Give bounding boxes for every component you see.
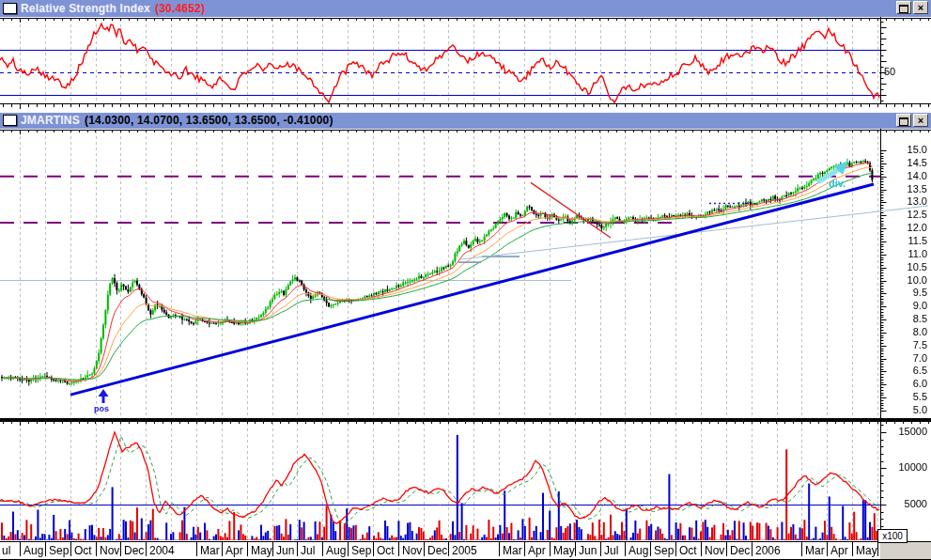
price-axis-tick-label: 5.0 [884,404,927,415]
price-axis-tick-label: 7.0 [884,352,927,364]
volume-axis-tick-label: 5000 [884,498,927,509]
rsi-bottom-ticks [0,104,931,113]
date-axis-label: May [553,544,575,557]
buy-signal-label: pos [94,404,109,413]
price-axis-tick-label: 7.5 [884,339,927,350]
price-titlebar[interactable]: JMARTINS(14.0300, 14.0700, 13.6500, 13.6… [0,113,931,130]
date-axis-label: Dec [427,544,447,557]
date-axis-label: Nov [402,544,422,557]
volume-chart[interactable] [0,421,931,541]
rsi-title-value: (30.4652) [155,2,205,15]
close-button[interactable]: × [913,1,928,14]
price-axis-tick-label: 11.0 [884,248,927,259]
price-title-values: (14.0300, 14.0700, 13.6500, 13.6500, -0.… [85,114,334,127]
date-axis-label: May [251,544,272,557]
volume-axis-tick-label: 10000 [884,461,927,473]
date-axis-label: Apr [830,544,848,557]
date-axis-label: Aug [326,544,346,557]
date-axis-label: Sep [654,544,674,557]
date-axis-label: Aug [628,544,648,557]
rsi-titlebar[interactable]: Relative Strength Index(30.4652) × [0,0,931,18]
maximize-button[interactable] [896,1,911,14]
divergence-label: div. [829,178,846,189]
rsi-title-text: Relative Strength Index [21,2,150,15]
price-title: JMARTINS(14.0300, 14.0700, 13.6500, 13.6… [21,114,334,127]
date-axis-label: Oct [377,544,395,557]
volume-multiplier-badge: x100 [877,529,908,543]
maximize-button[interactable] [896,114,911,127]
price-axis-tick-label: 14.0 [884,170,927,181]
date-axis-label: Mar [503,544,522,557]
date-axis-label: Jul [301,544,315,557]
date-axis-label: Sep [351,544,371,557]
price-axis-tick-label: 12.0 [884,222,927,233]
date-axis-label: ul [2,544,10,557]
date-axis-label: Nov [705,544,724,557]
date-axis-label: Aug [23,544,43,557]
rsi-axis-tick-label: 50 [884,66,895,77]
date-axis-label: Dec [730,544,750,557]
date-axis-label: Oct [679,544,697,557]
price-axis-tick-label: 6.5 [884,365,927,376]
date-axis-label: Sep [49,544,69,557]
price-axis-tick-label: 12.5 [884,209,927,220]
price-axis-tick-label: 6.0 [884,378,927,389]
close-button[interactable]: × [913,114,928,127]
price-axis-tick-label: 5.5 [884,391,927,402]
price-axis-tick-label: 11.5 [884,235,927,246]
chart-window: Relative Strength Index(30.4652) × JMART… [0,0,931,560]
date-axis-label: 2006 [755,544,781,557]
date-axis-label: Dec [124,544,144,557]
price-axis-tick-label: 15.0 [884,144,927,155]
price-axis-tick-label: 8.5 [884,313,927,324]
price-axis-tick-label: 10.0 [884,274,927,286]
price-axis-tick-label: 9.5 [884,287,927,298]
price-axis-tick-label: 13.5 [884,183,927,194]
price-axis-tick-label: 9.0 [884,300,927,311]
volume-axis-tick-label: 15000 [884,426,927,437]
close-icon: × [918,115,923,126]
date-axis-label: Apr [225,544,243,557]
date-axis-label: Jul [604,544,618,557]
price-title-text: JMARTINS [21,114,80,127]
maximize-icon [899,5,908,13]
rsi-chart[interactable] [0,17,931,104]
date-axis-label: Jun [579,544,597,557]
price-chart[interactable] [0,129,931,421]
window-system-icon[interactable] [3,115,17,126]
price-axis-tick-label: 10.5 [884,261,927,272]
rsi-title: Relative Strength Index(30.4652) [21,2,205,15]
window-system-icon[interactable] [3,3,17,14]
date-axis-label: Mar [200,544,220,557]
date-axis-label: Nov [100,544,119,557]
date-axis-label: Mar [805,544,825,557]
price-axis-tick-label: 13.0 [884,195,927,207]
date-axis-label: 2004 [149,544,175,557]
date-axis-label: Jun [276,544,294,557]
price-axis-tick-label: 8.0 [884,326,927,337]
close-icon: × [918,2,923,13]
date-axis-label: Oct [74,544,92,557]
date-axis-label: 2005 [452,544,477,557]
date-axis-label: Apr [528,544,546,557]
maximize-icon [899,117,908,126]
date-axis-label: May [856,544,877,557]
price-axis-tick-label: 14.5 [884,157,927,168]
